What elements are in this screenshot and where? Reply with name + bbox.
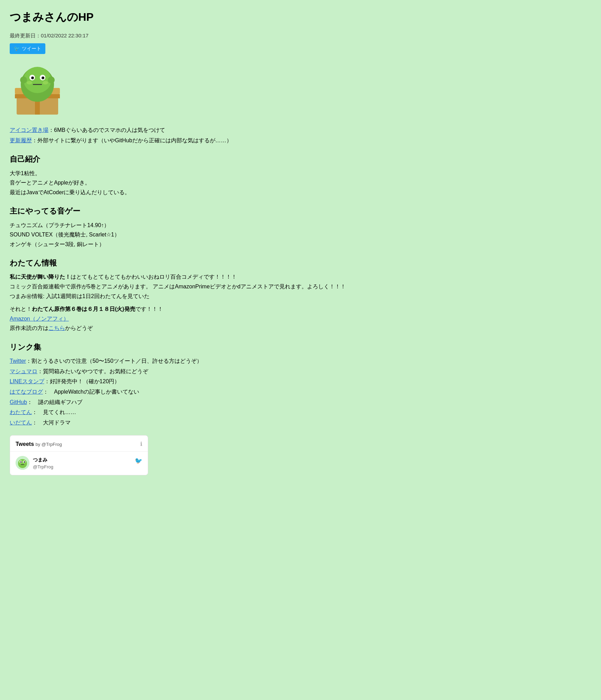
twitter-link[interactable]: Twitter: [10, 358, 26, 364]
self-intro-heading: 自己紹介: [10, 153, 350, 165]
wataten-link-desc: ： 見てくれ……: [32, 409, 76, 415]
tweet-twitter-icon: 🐦: [135, 456, 142, 466]
tweet-user-avatar: [16, 456, 29, 470]
links-heading: リンク集: [10, 341, 350, 353]
wataten-link[interactable]: わたてん: [10, 409, 32, 415]
amazon-link[interactable]: Amazon（ノンアフィ）: [10, 316, 69, 322]
wataten-line-2: コミック百合姫連載中で原作が5巻とアニメがあります。 アニメはAmazonPri…: [10, 282, 350, 291]
update-history-link[interactable]: 更新履歴: [10, 137, 32, 143]
hatena-desc: ： AppleWatchの記事しか書いてない: [43, 389, 139, 395]
page-title: つまみさんのHP: [10, 8, 350, 26]
svg-point-15: [27, 81, 32, 84]
wataten-announce-line: それと！わたてん原作第６巻は６月１８日(火)発売です！！！: [10, 305, 350, 314]
avatar-section: [10, 61, 350, 119]
tweet-avatar-svg: [16, 456, 29, 470]
rhythm-games-heading: 主にやってる音ゲー: [10, 205, 350, 217]
idaten-desc: ： 大河ドラマ: [32, 420, 71, 425]
svg-point-14: [48, 77, 55, 83]
icon-storage-link[interactable]: アイコン置き場: [10, 127, 48, 133]
kochira-suffix: からどうぞ: [65, 325, 93, 331]
line-stamp-desc: ：好評発売中！（確か120円）: [44, 378, 120, 384]
hatena-link[interactable]: はてなブログ: [10, 389, 43, 395]
avatar-image: [10, 61, 65, 116]
svg-point-21: [20, 461, 22, 463]
wataten-line-3: つまみ㊙情報: 入試1週間前は1日2回わたてんを見ていた: [10, 292, 350, 301]
tweets-header: Tweets by @TrpFrog ℹ: [10, 436, 148, 452]
announce-prefix: それと！: [10, 306, 32, 312]
tweet-button[interactable]: 🐦 ツイート: [10, 43, 45, 54]
svg-point-11: [43, 77, 44, 78]
info-icon[interactable]: ℹ: [140, 440, 142, 449]
github-link[interactable]: GitHub: [10, 399, 27, 405]
wataten-bold-intro: 私に天使が舞い降りた！: [10, 274, 71, 280]
link-item-line-stamp: LINEスタンプ：好評発売中！（確か120円）: [10, 377, 350, 386]
twitter-desc: ：割とうるさいので注意（50〜150ツイート／日、許せる方はどうぞ）: [26, 358, 202, 364]
rhythm-game-1: チュウニズム（プラチナレート14.90↑）: [10, 221, 350, 230]
amazon-link-line: Amazon（ノンアフィ）: [10, 314, 350, 323]
self-intro-line-2: 音ゲーとアニメとAppleが好き。: [10, 178, 350, 187]
svg-point-5: [24, 67, 51, 93]
self-intro-content: 大学1粘性。 音ゲーとアニメとAppleが好き。 最近はJavaでAtCoder…: [10, 169, 350, 197]
announce-suffix: です！！！: [135, 306, 163, 312]
link-item-github: GitHub： 謎の組織ギフハブ: [10, 398, 350, 407]
tweet-item: つまみ @TrpFrog 🐦: [10, 452, 148, 475]
self-intro-line-1: 大学1粘性。: [10, 169, 350, 178]
twitter-bird-icon: 🐦: [14, 45, 20, 52]
svg-point-16: [43, 81, 48, 84]
tweet-user-name: つまみ: [33, 456, 131, 464]
tweet-button-label: ツイート: [22, 45, 41, 52]
tweets-title: Tweets: [16, 441, 34, 447]
github-desc: ： 謎の組織ギフハブ: [27, 399, 82, 405]
kochira-line: 原作未読の方はこちらからどうぞ: [10, 324, 350, 333]
marshmallow-desc: ：質問箱みたいなやつです。お気軽にどうぞ: [37, 368, 148, 374]
tweet-user-handle: @TrpFrog: [33, 464, 131, 471]
wataten-heading: わたてん情報: [10, 257, 350, 269]
rhythm-game-2: SOUND VOLTEX（後光魔騎士, Scarlet☆1）: [10, 230, 350, 239]
link-item-idaten: いだてん： 大河ドラマ: [10, 418, 350, 427]
svg-point-13: [20, 77, 27, 83]
tweets-title-block: Tweets by @TrpFrog: [16, 440, 62, 449]
svg-point-10: [32, 77, 34, 78]
self-intro-line-3: 最近はJavaでAtCoderに乗り込んだりしている。: [10, 188, 350, 197]
link-item-hatena: はてなブログ： AppleWatchの記事しか書いてない: [10, 387, 350, 396]
line-stamp-link[interactable]: LINEスタンプ: [10, 378, 44, 384]
svg-point-18: [18, 459, 27, 468]
history-link-line: 更新履歴：外部サイトに繋がります（いやGitHubだから正確には内部な気はするが…: [10, 136, 350, 145]
link-item-marshmallow: マシュマロ：質問箱みたいなやつです。お気軽にどうぞ: [10, 367, 350, 376]
tweet-user-info: つまみ @TrpFrog: [33, 456, 131, 471]
wataten-intro-rest: はとてもとてもとてもかわいいおねロリ百合コメディです！！！！: [71, 274, 237, 280]
rhythm-game-3: オンゲキ（シューター3段, 銅レート）: [10, 240, 350, 249]
svg-point-22: [24, 461, 25, 463]
icon-storage-desc: ：6MBぐらいあるのでスマホの人は気をつけて: [48, 127, 165, 133]
rhythm-games-content: チュウニズム（プラチナレート14.90↑） SOUND VOLTEX（後光魔騎士…: [10, 221, 350, 249]
wataten-line-1: 私に天使が舞い降りた！はとてもとてもとてもかわいいおねロリ百合コメディです！！！…: [10, 272, 350, 281]
tweets-by: by @TrpFrog: [36, 442, 62, 447]
link-item-twitter: Twitter：割とうるさいので注意（50〜150ツイート／日、許せる方はどうぞ…: [10, 357, 350, 366]
link-item-wataten: わたてん： 見てくれ……: [10, 408, 350, 417]
wataten-content: 私に天使が舞い降りた！はとてもとてもとてもかわいいおねロリ百合コメディです！！！…: [10, 272, 350, 300]
wataten-announce: それと！わたてん原作第６巻は６月１８日(火)発売です！！！ Amazon（ノンア…: [10, 305, 350, 333]
icon-link-line: アイコン置き場：6MBぐらいあるのでスマホの人は気をつけて: [10, 126, 350, 135]
announce-bold: わたてん原作第６巻は６月１８日(火)発売: [32, 306, 135, 312]
update-history-desc: ：外部サイトに繋がります（いやGitHubだから正確には内部な気はするが……）: [32, 137, 232, 143]
tweets-widget: Tweets by @TrpFrog ℹ つまみ @TrpFrog 🐦: [10, 435, 148, 475]
idaten-link[interactable]: いだてん: [10, 420, 32, 425]
marshmallow-link[interactable]: マシュマロ: [10, 368, 37, 374]
original-prefix: 原作未読の方は: [10, 325, 48, 331]
kochira-link[interactable]: こちら: [48, 325, 65, 331]
last-updated: 最終更新日：01/02/2022 22:30:17: [10, 32, 350, 40]
links-list: Twitter：割とうるさいので注意（50〜150ツイート／日、許せる方はどうぞ…: [10, 357, 350, 427]
